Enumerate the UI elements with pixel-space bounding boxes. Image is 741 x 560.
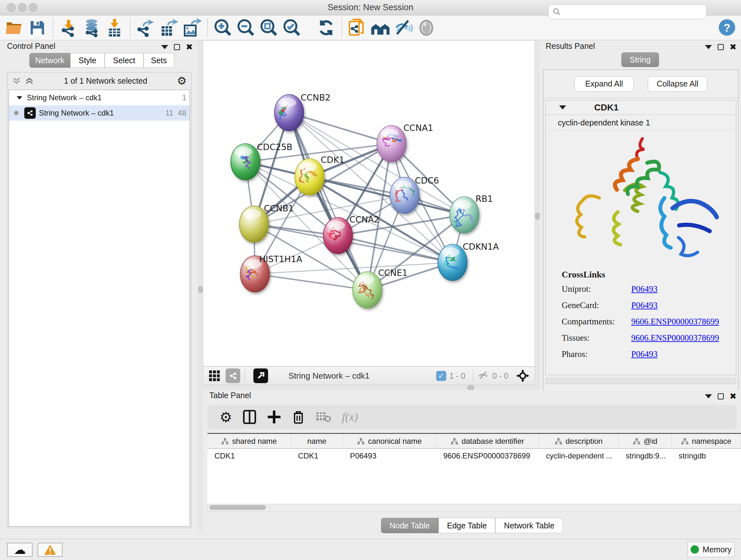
right-splitter[interactable] [535, 40, 540, 388]
zoom-in-icon[interactable] [213, 18, 233, 38]
network-options-gear-icon[interactable]: ⚙ [177, 74, 187, 87]
network-node-ccnb2[interactable] [274, 95, 304, 131]
tab-edge-table[interactable]: Edge Table [439, 518, 495, 533]
export-table-icon[interactable] [159, 18, 179, 38]
table-cell[interactable]: stringdb [672, 449, 741, 463]
crosslink-link[interactable]: P06493 [631, 300, 658, 310]
close-panel-icon[interactable]: ✖ [730, 392, 737, 400]
network-row[interactable]: String Network – cdk1 11 48 [9, 105, 190, 121]
help-icon[interactable]: ? [718, 18, 736, 38]
expand-all-icon[interactable] [24, 77, 34, 84]
delete-table-icon[interactable] [316, 411, 331, 423]
table-cell[interactable]: CDK1 [207, 449, 291, 463]
tab-string[interactable]: String [621, 52, 659, 67]
panel-menu-icon[interactable] [161, 45, 168, 49]
float-panel-icon[interactable] [718, 393, 724, 399]
column-header-description[interactable]: description [539, 434, 619, 448]
function-builder-icon[interactable]: f(x) [342, 410, 358, 424]
export-image-icon[interactable] [182, 18, 202, 38]
save-session-icon[interactable] [27, 18, 47, 38]
results-scrollbar[interactable] [545, 378, 736, 384]
panel-menu-icon[interactable] [705, 45, 712, 49]
column-header-namespace[interactable]: namespace [672, 434, 741, 448]
show-columns-icon[interactable] [243, 410, 256, 424]
delete-column-icon[interactable] [292, 410, 305, 424]
float-panel-icon[interactable] [174, 44, 180, 50]
warning-icon[interactable] [38, 543, 63, 557]
network-node-rb1[interactable] [450, 197, 479, 233]
column-header-id[interactable]: @id [619, 434, 672, 448]
network-node-cdc25b[interactable] [231, 144, 260, 180]
tab-network-table[interactable]: Network Table [495, 518, 563, 533]
float-panel-icon[interactable] [718, 44, 724, 50]
memory-status-dot [690, 545, 699, 554]
network-collection-row[interactable]: String Network – cdk1 1 [9, 90, 190, 105]
crosslink-link[interactable]: 9606.ENSP00000378699 [631, 317, 719, 327]
zoom-out-icon[interactable] [236, 18, 256, 38]
birds-eye-view-icon[interactable] [253, 368, 268, 383]
add-column-icon[interactable] [267, 410, 281, 424]
column-header-database-identifier[interactable]: database identifier [436, 434, 539, 448]
left-splitter[interactable] [198, 40, 203, 533]
open-session-icon[interactable] [4, 18, 24, 38]
column-header-canonical-name[interactable]: canonical name [343, 434, 436, 448]
scrollbar-thumb[interactable] [210, 505, 266, 510]
hide-unhide-icon[interactable] [394, 18, 413, 38]
tab-select[interactable]: Select [105, 53, 144, 68]
network-view-icon[interactable] [226, 368, 240, 383]
table-row[interactable]: CDK1CDK1P064939606.ENSP00000378699cyclin… [207, 449, 741, 463]
network-node-ccna2[interactable] [323, 217, 353, 254]
close-panel-icon[interactable]: ✖ [730, 43, 737, 51]
table-cell[interactable]: cyclin-dependent ... [539, 449, 619, 463]
selected-nodes-checkbox-icon[interactable]: ✓ [436, 371, 446, 381]
table-settings-gear-icon[interactable]: ⚙ [219, 409, 232, 425]
collapse-all-icon[interactable] [12, 77, 21, 84]
collapse-collection-icon[interactable] [17, 96, 22, 99]
crosslink-link[interactable]: P06493 [631, 349, 658, 359]
memory-button[interactable]: Memory [687, 542, 735, 557]
network-type-icon [24, 107, 36, 119]
import-network-database-icon[interactable] [82, 18, 102, 38]
network-canvas[interactable]: CCNB2CCNA1CDC25BCDK1CDC6RB1CCNB1CCNA2CDK… [203, 40, 535, 367]
panel-menu-icon[interactable] [705, 394, 712, 398]
cloud-icon[interactable]: ☁ [7, 543, 32, 557]
expand-all-button[interactable]: Expand All [575, 76, 634, 91]
tab-node-table[interactable]: Node Table [381, 518, 439, 533]
toggle-details-icon[interactable] [416, 18, 436, 38]
gene-section-header[interactable]: CDK1 [546, 100, 736, 115]
tab-style[interactable]: Style [70, 53, 105, 68]
refresh-icon[interactable] [316, 18, 336, 38]
import-table-file-icon[interactable] [105, 18, 125, 38]
column-header-name[interactable]: name [291, 434, 343, 448]
crosslink-link[interactable]: P06493 [631, 284, 658, 294]
string-home-icon[interactable] [370, 18, 390, 38]
table-cell[interactable]: stringdb:9... [619, 449, 672, 463]
network-node-cdk1[interactable] [295, 159, 324, 195]
tab-sets[interactable]: Sets [144, 53, 174, 68]
table-cell[interactable]: CDK1 [291, 449, 343, 463]
table-cell[interactable]: 9606.ENSP00000378699 [436, 449, 539, 463]
network-node-ccna1[interactable] [377, 125, 406, 162]
crosslink-link[interactable]: 9606.ENSP00000378699 [631, 333, 719, 343]
table-horizontal-scrollbar[interactable] [207, 504, 741, 511]
hidden-elements-icon[interactable] [478, 370, 489, 381]
network-node-ccne1[interactable] [353, 272, 382, 308]
zoom-selected-icon[interactable] [282, 18, 302, 38]
share-document-icon[interactable] [347, 18, 367, 38]
grid-view-icon[interactable] [207, 368, 222, 383]
collapse-all-button[interactable]: Collapse All [648, 76, 707, 91]
close-panel-icon[interactable]: ✖ [186, 43, 193, 51]
collapse-section-icon[interactable] [559, 105, 566, 110]
crosslink-row: Compartments:9606.ENSP00000378699 [562, 317, 736, 327]
column-header-shared-name[interactable]: shared name [207, 434, 291, 448]
import-network-file-icon[interactable] [59, 18, 78, 38]
fit-content-icon[interactable] [515, 368, 530, 383]
tab-network[interactable]: Network [29, 53, 70, 68]
search-input[interactable] [561, 7, 706, 16]
control-panel-title: Control Panel [7, 42, 55, 51]
network-tab-content: 1 of 1 Network selected ⚙ String Network… [7, 72, 192, 528]
search-field[interactable] [548, 4, 706, 19]
table-cell[interactable]: P06493 [343, 449, 436, 463]
export-network-icon[interactable] [136, 18, 156, 38]
zoom-fit-icon[interactable] [259, 18, 279, 38]
